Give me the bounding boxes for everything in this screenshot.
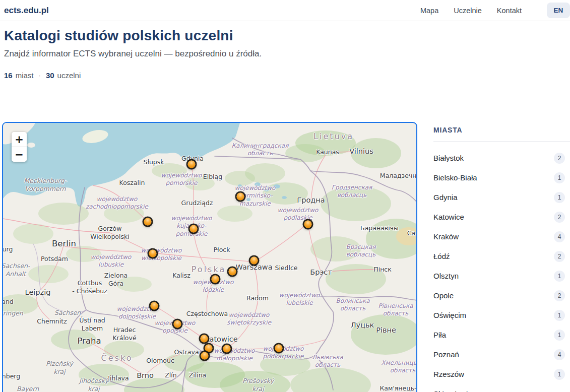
city-name: Poznań	[433, 350, 459, 359]
city-row-bielsko-biała[interactable]: Bielsko-Biała1	[433, 168, 565, 187]
sidebar-heading: MIASTA	[433, 126, 570, 134]
cities-count: 16	[4, 71, 13, 80]
map-marker-oswiecim[interactable]	[201, 352, 209, 360]
city-row-olsztyn[interactable]: Olsztyn1	[433, 266, 565, 286]
city-count-badge: 2	[554, 212, 565, 223]
zoom-in-button[interactable]: +	[12, 132, 27, 147]
city-count-badge: 4	[554, 349, 565, 360]
map-marker-torun[interactable]	[190, 225, 198, 233]
map-marker-katowice-1[interactable]	[201, 335, 208, 343]
city-row-opole[interactable]: Opole2	[433, 286, 565, 305]
map-marker-katowice-2[interactable]	[205, 345, 213, 352]
stats-row: 16 miast · 30 uczelni	[4, 71, 262, 80]
hero-section: Katalogi studiów polskich uczelni Znajdź…	[4, 21, 262, 80]
map-marker-wroclaw[interactable]	[151, 302, 158, 310]
language-button[interactable]: EN	[547, 3, 570, 18]
city-name: Łódź	[433, 252, 450, 260]
city-name: Białystok	[433, 154, 464, 162]
city-name: Rzeszów	[433, 370, 464, 378]
city-name: Piła	[433, 331, 446, 339]
city-row-kraków[interactable]: Kraków4	[433, 227, 565, 246]
city-name: Opole	[433, 291, 454, 300]
header-nav: MapaUczelnieKontakt	[420, 7, 522, 15]
city-row-gdynia[interactable]: Gdynia1	[433, 187, 565, 207]
map-canvas[interactable]: LietuvaPolskaČeskoSłupskKoszalinGdyniaEl…	[3, 123, 416, 392]
map-marker-rzeszow[interactable]	[275, 345, 283, 352]
sidebar-divider	[433, 141, 570, 142]
city-name: Oświęcim	[433, 311, 466, 319]
city-count-badge: 1	[554, 172, 565, 183]
city-name: Katowice	[433, 213, 464, 221]
city-row-poznań[interactable]: Poznań4	[433, 345, 565, 364]
map-marker-lodz[interactable]	[212, 276, 219, 283]
page-title: Katalogi studiów polskich uczelni	[4, 28, 262, 44]
city-count-badge: 1	[554, 310, 565, 321]
city-row-katowice[interactable]: Katowice2	[433, 207, 565, 227]
city-row-oświęcim[interactable]: Oświęcim1	[433, 305, 565, 325]
city-row-łódź[interactable]: Łódź2	[433, 246, 565, 266]
city-count-badge: 2	[554, 290, 565, 301]
map-marker-skierniewice[interactable]	[229, 268, 236, 276]
map-marker-opole[interactable]	[174, 320, 181, 328]
universities-count: 30	[46, 71, 54, 80]
city-row-skierniewice[interactable]: Skierniewice	[433, 384, 565, 392]
map-marker-gdynia[interactable]	[188, 161, 196, 168]
map-marker-warszawa[interactable]	[250, 257, 258, 265]
city-list: Białystok2Bielsko-Biała1Gdynia1Katowice2…	[433, 148, 570, 392]
map-panel: LietuvaPolskaČeskoSłupskKoszalinGdyniaEl…	[2, 122, 417, 392]
page-subtitle: Znajdź informator ECTS wybranej uczelni …	[4, 49, 262, 59]
city-row-piła[interactable]: Piła1	[433, 325, 565, 345]
city-count-badge: 1	[554, 192, 565, 203]
city-name: Skierniewice	[433, 389, 476, 392]
zoom-out-button[interactable]: −	[12, 147, 27, 162]
nav-link-kontakt[interactable]: Kontakt	[497, 7, 522, 15]
city-count-badge: 2	[554, 251, 565, 262]
city-name: Olsztyn	[433, 272, 459, 280]
city-count-badge: 1	[554, 330, 565, 341]
city-name: Gdynia	[433, 193, 458, 202]
map-marker-pila[interactable]	[144, 218, 152, 226]
nav-link-uczelnie[interactable]: Uczelnie	[454, 7, 482, 15]
map-marker-bialystok[interactable]	[304, 221, 312, 228]
city-count-badge: 2	[554, 153, 565, 164]
map-marker-krakow[interactable]	[223, 345, 231, 353]
map-marker-olsztyn[interactable]	[237, 193, 244, 201]
cities-sidebar: MIASTA Białystok2Bielsko-Biała1Gdynia1Ka…	[433, 122, 570, 392]
nav-link-mapa[interactable]: Mapa	[420, 7, 438, 15]
city-count-badge: 4	[554, 231, 565, 242]
city-name: Bielsko-Biała	[433, 173, 477, 182]
city-count-badge: 1	[554, 271, 565, 282]
universities-label: uczelni	[57, 71, 81, 80]
city-row-rzeszów[interactable]: Rzeszów1	[433, 364, 565, 384]
top-bar: ects.edu.pl MapaUczelnieKontakt EN	[0, 0, 570, 21]
city-name: Kraków	[433, 232, 459, 241]
city-count-badge: 1	[554, 369, 565, 380]
map-zoom-control: + −	[12, 132, 27, 162]
map-marker-poznan[interactable]	[149, 250, 157, 257]
brand-link[interactable]: ects.edu.pl	[4, 6, 49, 16]
stats-separator: ·	[37, 72, 43, 79]
city-row-białystok[interactable]: Białystok2	[433, 148, 565, 168]
cities-label: miast	[16, 71, 34, 80]
